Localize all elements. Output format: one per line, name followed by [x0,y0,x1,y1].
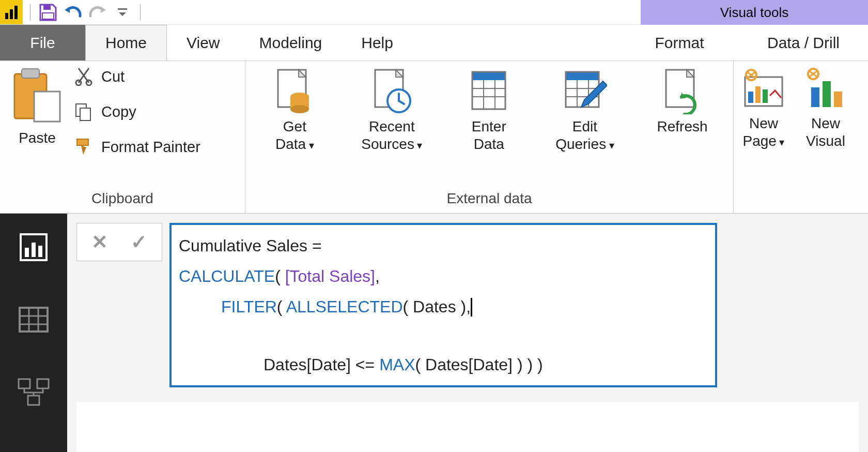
svg-rect-40 [823,81,831,107]
edit-queries-icon [561,67,609,115]
tab-view-label: View [187,34,220,52]
ribbon-group-clipboard: Paste Cut Copy [0,61,245,213]
svg-rect-3 [43,5,51,10]
get-data-button[interactable]: GetData [271,67,318,187]
svg-rect-36 [763,89,768,103]
formula-func-max: MAX [379,355,415,374]
text-caret [471,298,472,317]
report-canvas[interactable] [76,402,859,452]
formula-text: Dates[Date] <= [264,355,379,374]
tab-file[interactable]: File [0,25,85,61]
paste-label: Paste [19,129,56,147]
new-visual-icon [802,64,849,112]
formula-confirm-box: ✕ ✓ [76,223,162,261]
tab-home-label: Home [105,34,147,52]
paste-button[interactable]: Paste [6,64,68,157]
tab-file-label: File [30,34,55,52]
enter-data-label-2: Data [474,135,504,153]
svg-rect-7 [22,69,39,78]
copy-label: Copy [101,103,136,120]
get-data-icon [271,67,318,115]
tab-view[interactable]: View [167,25,239,61]
tab-help[interactable]: Help [342,25,413,61]
save-button[interactable] [36,0,60,25]
format-painter-button[interactable]: Format Painter [73,137,200,157]
edit-queries-button[interactable]: EditQueries [555,67,614,187]
nav-model-view[interactable] [16,374,52,410]
svg-rect-2 [14,6,18,19]
ribbon-group-external-data: GetData RecentSources EnterData EditQuer… [245,61,734,213]
new-page-label-1: New [749,115,778,132]
tab-home[interactable]: Home [85,25,167,61]
redo-icon [87,5,108,20]
qat-buttons [23,0,146,24]
svg-rect-26 [566,72,599,80]
svg-rect-12 [80,108,90,120]
svg-rect-4 [42,13,54,19]
svg-rect-43 [25,248,29,257]
formula-text: Cumulative Sales = [179,236,326,255]
separator [30,4,30,21]
work-area: ✕ ✓ Cumulative Sales = CALCULATE( [Total… [0,214,868,452]
svg-rect-1 [10,9,13,19]
svg-rect-44 [32,243,36,257]
enter-data-button[interactable]: EnterData [465,67,513,187]
nav-data-view[interactable] [16,302,52,338]
svg-rect-0 [5,13,8,19]
nav-report-view[interactable] [16,229,52,265]
report-view-icon [19,232,49,262]
formula-func-allselected: ALLSELECTED [286,297,403,316]
formula-text: ( Dates[Date] ) ) ) [415,355,542,374]
cut-button[interactable]: Cut [73,66,200,87]
formula-commit-button[interactable]: ✓ [131,231,147,253]
customize-qat-button[interactable] [110,0,135,25]
recent-sources-label-2: Sources [361,135,422,153]
cut-label: Cut [101,68,125,85]
enter-data-label-1: Enter [472,118,506,135]
svg-rect-20 [472,72,505,80]
new-visual-label-2: Visual [806,132,845,150]
edit-queries-label-1: Edit [572,118,597,135]
copy-icon [73,101,94,122]
svg-point-17 [290,105,309,113]
svg-rect-35 [755,86,761,103]
get-data-label-2: Data [275,135,314,153]
tab-data-drill[interactable]: Data / Drill [739,25,868,61]
contextual-tab-group: Visual tools [641,0,868,25]
app-icon [0,0,23,24]
copy-button[interactable]: Copy [73,101,200,122]
cut-icon [73,66,94,87]
svg-rect-13 [77,139,88,145]
formula-text: ( [275,267,285,285]
refresh-button[interactable]: Refresh [657,67,708,187]
get-data-label-1: Get [283,118,306,135]
formula-bar: ✕ ✓ Cumulative Sales = CALCULATE( [Total… [76,223,868,387]
formula-cancel-button[interactable]: ✕ [91,231,108,253]
new-page-button[interactable]: NewPage [740,64,787,204]
tab-data-drill-label: Data / Drill [767,34,840,52]
undo-button[interactable] [60,0,85,25]
tab-modeling-label: Modeling [259,34,322,52]
refresh-icon [659,67,706,115]
refresh-label: Refresh [657,118,708,135]
formula-editor[interactable]: Cumulative Sales = CALCULATE( [Total Sal… [169,223,717,387]
tab-format[interactable]: Format [620,25,739,61]
redo-button[interactable] [85,0,110,25]
separator [140,4,141,21]
tab-help-label: Help [361,34,393,52]
tab-modeling[interactable]: Modeling [240,25,342,61]
format-painter-label: Format Painter [101,139,200,156]
svg-rect-39 [811,87,819,107]
contextual-tabs: Format Data / Drill [620,25,868,61]
contextual-tab-group-label: Visual tools [720,5,789,21]
new-visual-label-1: New [811,115,840,132]
svg-rect-53 [28,396,39,405]
svg-rect-52 [37,379,49,388]
svg-rect-5 [118,8,127,10]
new-visual-button[interactable]: NewVisual [802,64,849,204]
svg-rect-45 [38,246,42,257]
data-view-icon [19,307,49,333]
insert-group-label [740,204,862,212]
recent-sources-button[interactable]: RecentSources [361,67,422,187]
undo-icon [63,5,83,20]
